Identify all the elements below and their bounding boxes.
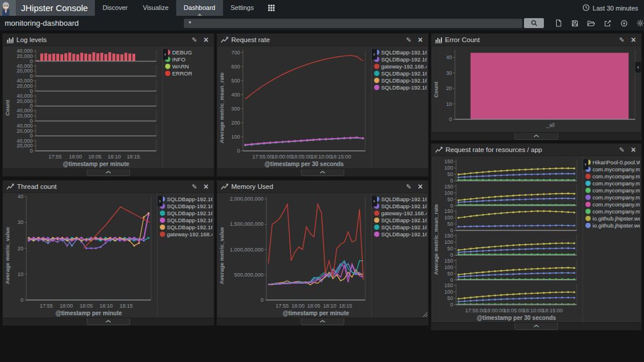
add-visualization-icon[interactable] [620,19,628,27]
svg-text:0: 0 [449,116,452,122]
remove-panel-button[interactable]: × [202,37,210,43]
edit-panel-button[interactable]: ✎ [190,36,199,44]
app-title[interactable]: JHipster Console [16,0,95,16]
query-input[interactable] [184,19,522,28]
legend-item[interactable]: com.mycompany.myap... [585,187,640,194]
legend-toggle-collapsed[interactable]: ‹ [635,62,641,73]
svg-text:300: 300 [231,106,240,112]
legend-item[interactable]: INFO [165,56,213,63]
legend-item[interactable]: HikariPool-0.pool.Wait [585,159,640,166]
legend-label: SQLDBapp-192.168.4... [381,56,427,63]
legend-swatch [585,188,591,193]
resize-handle[interactable] [423,312,427,317]
collapse-panel-button[interactable] [515,323,558,330]
legend-toggle[interactable]: › [371,49,377,60]
legend-item[interactable]: gateway-192.168.43.8:... [374,210,427,216]
svg-text:100: 100 [444,165,453,171]
legend-label: com.mycompany.myap... [592,208,640,215]
legend-item[interactable]: SQLDBapp-192.168.4... [160,217,213,223]
legend-swatch [374,218,379,223]
panel-memory-used: Memory Used ✎ × Average metric_value 2,0… [217,180,429,326]
legend-item[interactable]: SQLDBapp-192.168.4... [374,217,427,223]
open-dashboard-icon[interactable] [587,19,595,27]
legend-item[interactable]: SQLDBapp-192.168.4... [374,196,427,202]
legend-item[interactable]: ERROR [165,70,213,77]
legend-label: SQLDBapp-192.168.4... [381,84,427,91]
legend-item[interactable]: WARN [165,63,213,70]
svg-text:100: 100 [444,239,453,245]
panel-header: Request rate for resources / app ✎ × [431,144,641,156]
legend-item[interactable]: com.mycompany.myap... [585,194,640,201]
collapse-panel-button[interactable] [301,169,344,176]
legend-item[interactable]: SQLDBapp-192.168.4... [160,224,213,230]
time-range-picker[interactable]: Last 30 minutes [577,0,644,16]
legend-item[interactable]: SQLDBapp-192.168.4... [374,56,427,63]
nav-dashboard[interactable]: Dashboard [176,0,223,16]
dashboard-actions [554,19,644,27]
legend-item[interactable]: SQLDBapp-192.168.4... [374,203,427,209]
legend-item[interactable]: io.github.jhipster.web.r... [585,215,640,222]
legend-item[interactable]: SQLDBapp-192.168.4... [160,196,213,202]
legend-toggle[interactable]: › [157,196,163,206]
legend-item[interactable]: SQLDBapp-192.168.4... [374,77,427,84]
remove-panel-button[interactable]: × [416,37,424,43]
legend-toggle[interactable]: › [162,49,168,60]
dashboard-options-icon[interactable] [636,19,644,27]
legend-item[interactable]: com.mycompany.myap... [585,173,640,180]
jhipster-logo [0,0,16,16]
svg-text:150: 150 [444,208,453,214]
collapse-panel-button[interactable] [515,133,558,140]
collapse-panel-button[interactable] [87,318,130,325]
legend-item[interactable]: SQLDBapp-192.168.4... [374,84,427,91]
svg-text:_all: _all [546,122,554,128]
remove-panel-button[interactable]: × [629,37,638,43]
apps-grid-icon[interactable] [261,0,282,16]
edit-panel-button[interactable]: ✎ [190,183,199,191]
legend-item[interactable]: com.mycompany.myap... [585,201,640,208]
legend-item[interactable]: SQLDBapp-192.168.4... [374,70,427,77]
new-dashboard-icon[interactable] [554,19,562,27]
remove-panel-button[interactable]: × [629,147,638,153]
legend-item[interactable]: com.mycompany.myap... [585,180,640,187]
line-chart-icon [221,36,228,43]
svg-text:17:55: 17:55 [276,303,289,309]
y-axis-label: Count [3,47,11,168]
svg-text:18:10: 18:10 [100,303,113,309]
edit-panel-button[interactable]: ✎ [618,146,626,154]
legend-item[interactable]: com.mycompany.myap... [585,208,640,215]
panel-title: Error Count [445,36,615,43]
legend-swatch [374,71,379,76]
svg-text:@timestamp per minute: @timestamp per minute [63,161,129,167]
edit-panel-button[interactable]: ✎ [618,36,626,44]
remove-panel-button[interactable]: × [416,184,424,190]
legend-item[interactable]: SQLDBapp-192.168.4... [374,49,427,56]
save-dashboard-icon[interactable] [571,19,578,27]
search-button[interactable] [524,18,544,28]
collapse-panel-button[interactable] [87,169,130,176]
edit-panel-button[interactable]: ✎ [405,183,413,191]
legend-item[interactable]: SQLDBapp-192.168.4... [374,231,427,237]
collapse-panel-button[interactable] [301,318,344,325]
line-chart-icon [221,183,228,190]
legend-item[interactable]: gateway-192.168.43.8:... [374,63,427,70]
nav-settings[interactable]: Settings [223,0,262,16]
nav-visualize[interactable]: Visualize [135,0,176,16]
legend-swatch [374,78,379,83]
bar-chart-icon [6,36,13,43]
legend-item[interactable]: SQLDBapp-192.168.4... [374,224,427,230]
legend-item[interactable]: SQLDBapp-192.168.4... [160,210,213,216]
legend-toggle[interactable]: › [583,159,588,170]
share-dashboard-icon[interactable] [604,19,611,27]
edit-panel-button[interactable]: ✎ [405,36,413,44]
legend-item[interactable]: com.mycompany.myap... [585,166,640,173]
svg-text:50: 50 [447,221,453,227]
legend-item[interactable]: gateway-192.168.43.8:... [160,231,213,237]
nav-discover[interactable]: Discover [95,0,135,16]
legend-item[interactable]: DEBUG [165,49,213,56]
remove-panel-button[interactable]: × [202,184,210,190]
legend-item[interactable]: io.github.jhipster.web.r... [585,222,640,229]
legend-swatch [160,232,165,237]
legend-toggle[interactable]: › [371,196,377,206]
legend-item[interactable]: SQLDBapp-192.168.4... [160,203,213,209]
svg-text:50: 50 [447,295,453,301]
